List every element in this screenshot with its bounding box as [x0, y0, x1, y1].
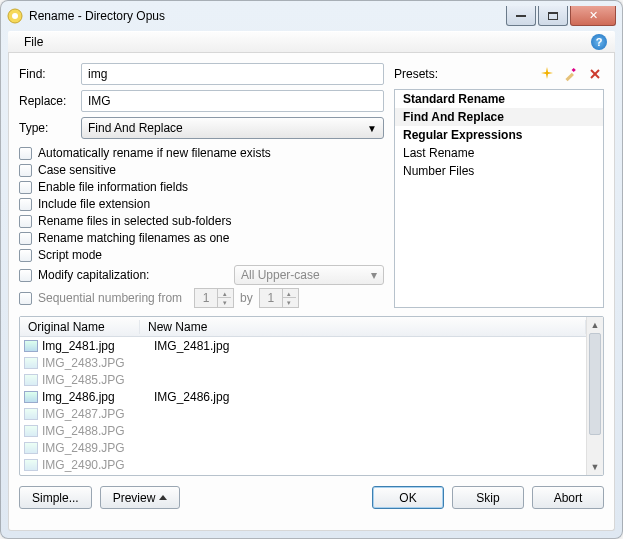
file-icon: [24, 442, 38, 454]
col-original[interactable]: Original Name: [20, 320, 140, 334]
table-row[interactable]: IMG_2485.JPG: [20, 371, 586, 388]
preset-item[interactable]: Regular Expressions: [395, 126, 603, 144]
seq-by-input[interactable]: [260, 291, 282, 305]
label-enable-info: Enable file information fields: [38, 180, 188, 194]
label-include-ext: Include file extension: [38, 197, 150, 211]
checkbox-rename-subfolders[interactable]: [19, 215, 32, 228]
svg-rect-3: [565, 73, 573, 81]
type-combo[interactable]: Find And Replace ▼: [81, 117, 384, 139]
skip-button[interactable]: Skip: [452, 486, 524, 509]
menu-file[interactable]: File: [16, 33, 51, 51]
cell-original: IMG_2488.JPG: [42, 424, 154, 438]
checkbox-enable-info[interactable]: [19, 181, 32, 194]
sparkle-icon: [539, 66, 555, 82]
preset-item[interactable]: Last Rename: [395, 144, 603, 162]
label-rename-subfolders: Rename files in selected sub-folders: [38, 214, 231, 228]
simple-button-label: Simple...: [32, 491, 79, 505]
table-row[interactable]: Img_2481.jpgIMG_2481.jpg: [20, 337, 586, 354]
seq-from-input[interactable]: [195, 291, 217, 305]
spin-up-icon[interactable]: ▴: [218, 289, 231, 298]
cell-original: Img_2486.jpg: [42, 390, 154, 404]
svg-marker-2: [541, 67, 553, 79]
help-icon[interactable]: ?: [591, 34, 607, 50]
ok-button[interactable]: OK: [372, 486, 444, 509]
cell-original: IMG_2489.JPG: [42, 441, 154, 455]
label-rename-matching: Rename matching filenames as one: [38, 231, 229, 245]
skip-button-label: Skip: [476, 491, 499, 505]
table-row[interactable]: IMG_2483.JPG: [20, 354, 586, 371]
table-row[interactable]: IMG_2488.JPG: [20, 422, 586, 439]
checkbox-include-ext[interactable]: [19, 198, 32, 211]
find-label: Find:: [19, 67, 75, 81]
grid-body[interactable]: Img_2481.jpgIMG_2481.jpgIMG_2483.JPGIMG_…: [20, 337, 586, 473]
checkbox-auto-rename[interactable]: [19, 147, 32, 160]
label-auto-rename: Automatically rename if new filename exi…: [38, 146, 271, 160]
preset-list[interactable]: Standard RenameFind And ReplaceRegular E…: [394, 89, 604, 308]
abort-button-label: Abort: [554, 491, 583, 505]
table-row[interactable]: Img_2486.jpgIMG_2486.jpg: [20, 388, 586, 405]
table-row[interactable]: IMG_2489.JPG: [20, 439, 586, 456]
table-row[interactable]: IMG_2487.JPG: [20, 405, 586, 422]
presets-label: Presets:: [394, 67, 438, 81]
pencil-icon: [563, 66, 579, 82]
preset-item[interactable]: Number Files: [395, 162, 603, 180]
delete-icon: [588, 67, 602, 81]
checkbox-modify-cap[interactable]: [19, 269, 32, 282]
svg-rect-4: [572, 68, 576, 72]
modify-cap-value: All Upper-case: [241, 268, 320, 282]
type-label: Type:: [19, 121, 75, 135]
preview-button[interactable]: Preview: [100, 486, 181, 509]
scroll-down-icon[interactable]: ▼: [587, 459, 603, 475]
scroll-thumb[interactable]: [589, 333, 601, 435]
content: Find: Replace: Type: Find And Replace ▼ …: [8, 53, 615, 531]
find-input[interactable]: [81, 63, 384, 85]
label-case-sensitive: Case sensitive: [38, 163, 116, 177]
checkbox-script-mode[interactable]: [19, 249, 32, 262]
ok-button-label: OK: [399, 491, 416, 505]
file-icon: [24, 408, 38, 420]
cell-new: IMG_2481.jpg: [154, 339, 586, 353]
window: Rename - Directory Opus ✕ File ? Find: R…: [0, 0, 623, 539]
file-icon: [24, 374, 38, 386]
file-icon: [24, 357, 38, 369]
replace-label: Replace:: [19, 94, 75, 108]
preset-edit-button[interactable]: [562, 65, 580, 83]
checkbox-rename-matching[interactable]: [19, 232, 32, 245]
checkbox-case-sensitive[interactable]: [19, 164, 32, 177]
cell-new: IMG_2486.jpg: [154, 390, 586, 404]
close-button[interactable]: ✕: [570, 6, 616, 26]
preset-item[interactable]: Standard Rename: [395, 90, 603, 108]
spin-up-icon[interactable]: ▴: [283, 289, 296, 298]
table-row[interactable]: IMG_2490.JPG: [20, 456, 586, 473]
spin-down-icon[interactable]: ▾: [218, 298, 231, 307]
spin-down-icon[interactable]: ▾: [283, 298, 296, 307]
seq-from-spinner[interactable]: ▴▾: [194, 288, 234, 308]
minimize-button[interactable]: [506, 6, 536, 26]
file-icon: [24, 425, 38, 437]
app-icon: [7, 8, 23, 24]
replace-input[interactable]: [81, 90, 384, 112]
scroll-up-icon[interactable]: ▲: [587, 317, 603, 333]
svg-point-1: [12, 13, 18, 19]
file-icon: [24, 391, 38, 403]
seq-by-label: by: [240, 291, 253, 305]
col-new[interactable]: New Name: [140, 320, 586, 334]
seq-by-spinner[interactable]: ▴▾: [259, 288, 299, 308]
chevron-down-icon: ▾: [371, 268, 377, 282]
type-combo-value: Find And Replace: [88, 121, 183, 135]
maximize-button[interactable]: [538, 6, 568, 26]
checkbox-seq-num[interactable]: [19, 292, 32, 305]
preset-delete-button[interactable]: [586, 65, 604, 83]
preset-item[interactable]: Find And Replace: [395, 108, 603, 126]
simple-button[interactable]: Simple...: [19, 486, 92, 509]
chevron-down-icon: ▼: [367, 123, 377, 134]
preset-new-button[interactable]: [538, 65, 556, 83]
cell-original: IMG_2487.JPG: [42, 407, 154, 421]
grid-header[interactable]: Original Name New Name: [20, 317, 586, 337]
scrollbar[interactable]: ▲ ▼: [586, 317, 603, 475]
cell-original: IMG_2485.JPG: [42, 373, 154, 387]
modify-cap-combo[interactable]: All Upper-case ▾: [234, 265, 384, 285]
titlebar[interactable]: Rename - Directory Opus ✕: [1, 1, 622, 31]
abort-button[interactable]: Abort: [532, 486, 604, 509]
window-title: Rename - Directory Opus: [29, 9, 506, 23]
